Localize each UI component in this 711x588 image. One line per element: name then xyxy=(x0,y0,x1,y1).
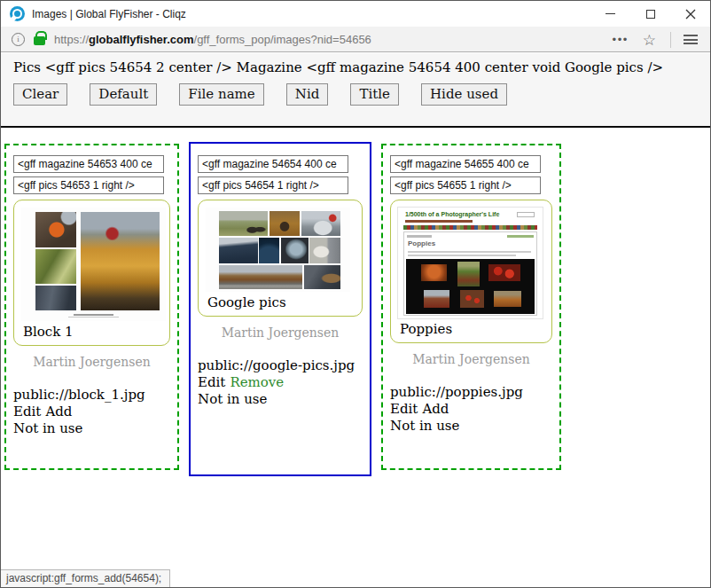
thumb-page-body: Poppies xyxy=(403,231,537,316)
url-scheme: https:// xyxy=(54,33,89,46)
thumb-photo-blue-dome xyxy=(259,238,279,263)
usage-status: Not in use xyxy=(13,420,170,437)
thumb-links-line xyxy=(507,235,534,238)
page-actions-icon[interactable]: ••• xyxy=(606,33,636,46)
toolbar-buttons: Clear Default File name Nid Title Hide u… xyxy=(13,83,710,106)
file-name-button[interactable]: File name xyxy=(179,83,263,106)
add-link[interactable]: Add xyxy=(422,401,449,417)
nid-button[interactable]: Nid xyxy=(286,83,329,106)
image-card-google-pics: Google pics Martin Joergensen public://g… xyxy=(189,142,371,476)
pics-tag-input[interactable] xyxy=(13,176,164,194)
thumb-photo-frost xyxy=(35,286,76,310)
thumb-text-line xyxy=(408,251,531,253)
thumb-photo-person-road xyxy=(304,265,340,290)
browser-window: Images | Global FlyFisher - Cliqz https:… xyxy=(0,0,711,588)
tag-summary: Pics <gff pics 54654 2 center /> Magazin… xyxy=(13,59,710,75)
thumb-photo-grid xyxy=(406,259,535,314)
link-row: EditRemove xyxy=(198,374,363,391)
bookmark-star-icon[interactable]: ☆ xyxy=(636,31,663,49)
thumb-photo-poppy-meadow xyxy=(457,262,480,286)
image-frame: Google pics xyxy=(198,200,363,317)
close-icon xyxy=(685,9,696,20)
thumb-photo-silver-car xyxy=(301,211,340,237)
cliqz-logo-icon xyxy=(10,6,25,21)
thumb-photo-green-plants xyxy=(35,249,76,283)
thumb-photo-brown-horse xyxy=(270,211,300,237)
pics-tag-input[interactable] xyxy=(390,176,541,194)
thumb-photo-field-horses xyxy=(219,211,268,237)
edit-link[interactable]: Edit xyxy=(198,374,225,390)
url-domain: globalflyfisher.com xyxy=(89,33,193,46)
thumb-caption-lines xyxy=(74,314,114,316)
address-bar[interactable]: https://globalflyfisher.com/gff_forms_po… xyxy=(1,27,710,52)
toolbar-divider xyxy=(670,32,671,48)
maximize-icon xyxy=(646,10,655,19)
image-frame: 1/500th of a Photographer's Life Poppies xyxy=(390,200,552,343)
file-path: public://block_1.jpg xyxy=(13,387,170,404)
menu-icon[interactable] xyxy=(684,35,698,44)
pics-tag-input[interactable] xyxy=(198,176,348,194)
thumb-page-subtitle-line xyxy=(405,220,473,223)
address-bar-actions: ••• ☆ xyxy=(606,27,703,52)
page-header: Pics <gff pics 54654 2 center /> Magazin… xyxy=(1,53,710,128)
window-title: Images | Global FlyFisher - Cliqz xyxy=(32,8,186,20)
title-bar: Images | Global FlyFisher - Cliqz xyxy=(1,1,710,27)
thumb-photo-poppy-field-sky xyxy=(424,290,449,308)
remove-link[interactable]: Remove xyxy=(230,374,284,390)
clear-button[interactable]: Clear xyxy=(13,83,67,106)
maximize-button[interactable] xyxy=(630,1,670,27)
image-thumbnail[interactable] xyxy=(21,208,166,321)
thumb-photo-poppy-cluster xyxy=(488,264,520,282)
window-controls xyxy=(590,1,710,27)
thumb-breadcrumb-line xyxy=(407,235,432,238)
magazine-tag-input[interactable] xyxy=(390,155,541,173)
thumb-photo-rust-mountain-road xyxy=(219,265,303,290)
image-author: Martin Joergensen xyxy=(13,355,170,369)
image-caption: Poppies xyxy=(398,318,544,340)
thumb-page-photo-strip xyxy=(403,225,537,230)
image-author: Martin Joergensen xyxy=(198,325,363,340)
minimize-button[interactable] xyxy=(590,1,630,27)
image-frame: Block 1 xyxy=(13,200,170,346)
title-button[interactable]: Title xyxy=(350,83,399,106)
usage-status: Not in use xyxy=(198,391,363,408)
thumb-photo-orange-field xyxy=(494,291,522,307)
link-row: EditAdd xyxy=(13,404,170,420)
image-card-block-1: Block 1 Martin Joergensen public://block… xyxy=(4,144,179,470)
thumb-text-line xyxy=(408,255,516,256)
thumb-photo-poppy-closeup xyxy=(460,290,485,308)
status-bar-tooltip: javascript:gff_forms_add(54654); xyxy=(1,569,170,587)
file-path: public://google-pics.jpg xyxy=(198,357,363,374)
thumb-photo-autumn-foliage xyxy=(81,212,160,310)
magazine-tag-input[interactable] xyxy=(198,155,348,173)
add-link[interactable]: Add xyxy=(45,404,72,419)
thumb-photo-poppy-blur xyxy=(421,264,447,282)
minimize-icon xyxy=(606,13,615,15)
url-path: /gff_forms_pop/images?nid=54656 xyxy=(194,33,371,46)
url-text: https://globalflyfisher.com/gff_forms_po… xyxy=(54,33,371,46)
link-row: EditAdd xyxy=(390,401,552,418)
thumb-photo-car-mirror xyxy=(281,238,309,263)
image-caption: Google pics xyxy=(206,292,355,313)
magazine-tag-input[interactable] xyxy=(13,155,164,173)
thumb-page-title: 1/500th of a Photographer's Life xyxy=(405,211,499,217)
default-button[interactable]: Default xyxy=(90,83,157,106)
close-button[interactable] xyxy=(670,1,710,27)
thumb-photo-dark-mountain xyxy=(219,238,258,263)
image-author: Martin Joergensen xyxy=(390,352,552,366)
image-caption: Block 1 xyxy=(21,321,162,342)
edit-link[interactable]: Edit xyxy=(390,401,418,417)
edit-link[interactable]: Edit xyxy=(13,404,41,419)
https-lock-icon[interactable] xyxy=(34,36,45,45)
image-thumbnail[interactable]: 1/500th of a Photographer's Life Poppies xyxy=(398,208,543,318)
thumb-page-search-box xyxy=(517,212,535,217)
thumb-page-heading: Poppies xyxy=(408,239,435,247)
site-info-icon[interactable] xyxy=(12,33,25,46)
thumb-photo-white-dog xyxy=(309,238,340,263)
file-path: public://poppies.jpg xyxy=(390,384,552,401)
thumb-photo-orange-leaf xyxy=(35,212,76,247)
usage-status: Not in use xyxy=(390,418,552,435)
hide-used-button[interactable]: Hide used xyxy=(421,83,507,106)
image-card-poppies: 1/500th of a Photographer's Life Poppies xyxy=(381,144,561,470)
image-thumbnail[interactable] xyxy=(206,208,350,292)
